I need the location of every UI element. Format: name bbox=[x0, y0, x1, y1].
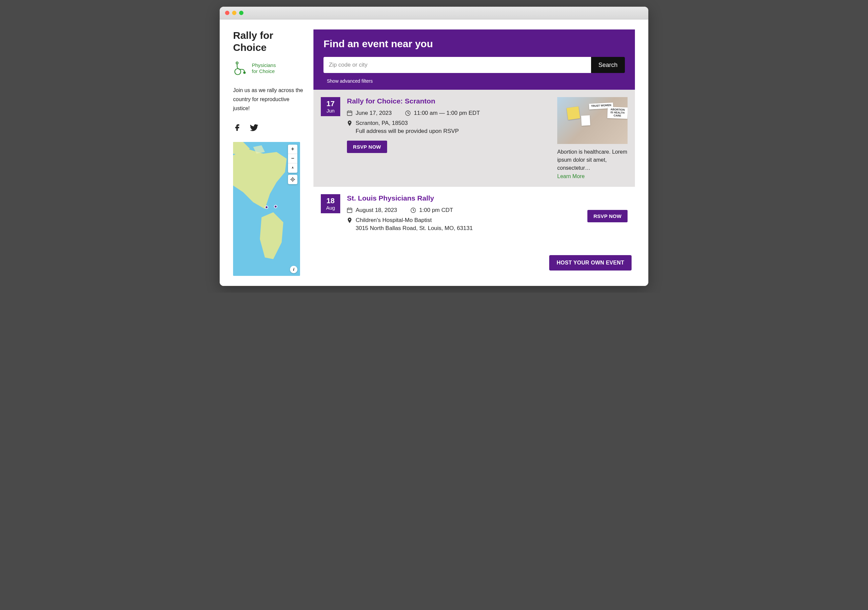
sidebar: Rally for Choice Physicians for Choice bbox=[233, 29, 307, 276]
main-content: Find an event near you Search Show advan… bbox=[313, 29, 635, 276]
map-zoom-in-button[interactable]: + bbox=[288, 145, 298, 154]
window-titlebar bbox=[220, 7, 648, 19]
event-location: Children's Hospital-Mo Baptist bbox=[347, 217, 581, 224]
close-window-button[interactable] bbox=[225, 11, 229, 15]
map-pin[interactable] bbox=[265, 206, 268, 209]
event-time: 11:00 am — 1:00 pm EDT bbox=[405, 110, 480, 116]
event-map[interactable]: + − i bbox=[233, 142, 300, 276]
event-title-link[interactable]: Rally for Choice: Scranton bbox=[347, 97, 550, 105]
search-panel: Find an event near you Search Show advan… bbox=[313, 29, 635, 90]
event-card: 18 Aug St. Louis Physicians Rally August… bbox=[313, 187, 635, 245]
learn-more-link[interactable]: Learn More bbox=[557, 173, 585, 180]
org-name: Physicians for Choice bbox=[252, 62, 276, 74]
event-location: Scranton, PA, 18503 bbox=[347, 120, 550, 127]
svg-point-0 bbox=[236, 62, 238, 64]
event-card: 17 Jun Rally for Choice: Scranton June 1… bbox=[313, 90, 635, 187]
svg-point-1 bbox=[235, 69, 241, 75]
minimize-window-button[interactable] bbox=[232, 11, 236, 15]
calendar-icon bbox=[347, 110, 352, 116]
map-pin[interactable] bbox=[274, 205, 277, 208]
event-date: June 17, 2023 bbox=[347, 110, 392, 116]
event-title-link[interactable]: St. Louis Physicians Rally bbox=[347, 194, 581, 202]
stethoscope-icon bbox=[233, 60, 249, 76]
org-logo[interactable]: Physicians for Choice bbox=[233, 60, 307, 76]
event-thumbnail: TRUST WOMEN ABORTION IS HEALTH CARE bbox=[557, 97, 628, 144]
host-event-button[interactable]: HOST YOUR OWN EVENT bbox=[549, 255, 632, 271]
svg-rect-7 bbox=[347, 208, 352, 213]
page-title: Rally for Choice bbox=[233, 29, 307, 54]
svg-rect-5 bbox=[347, 111, 352, 116]
event-date: August 18, 2023 bbox=[347, 207, 397, 214]
map-reset-north-button[interactable] bbox=[288, 163, 298, 173]
map-info-button[interactable]: i bbox=[290, 266, 298, 273]
advanced-filters-toggle[interactable]: Show advanced filters bbox=[324, 78, 625, 84]
maximize-window-button[interactable] bbox=[239, 11, 243, 15]
event-time: 1:00 pm CDT bbox=[411, 207, 453, 214]
twitter-icon[interactable] bbox=[250, 123, 259, 132]
event-date-badge: 17 Jun bbox=[321, 97, 340, 116]
search-button[interactable]: Search bbox=[591, 57, 625, 73]
search-input[interactable] bbox=[324, 57, 591, 73]
rsvp-button[interactable]: RSVP NOW bbox=[587, 210, 628, 222]
event-date-badge: 18 Aug bbox=[321, 194, 340, 213]
svg-point-2 bbox=[244, 72, 245, 74]
map-locate-button[interactable] bbox=[288, 175, 298, 184]
location-pin-icon bbox=[347, 121, 352, 126]
event-excerpt: Abortion is healthcare. Lorem ipsum dolo… bbox=[557, 148, 628, 172]
clock-icon bbox=[411, 207, 416, 213]
location-pin-icon bbox=[347, 218, 352, 223]
svg-point-4 bbox=[292, 179, 293, 180]
search-heading: Find an event near you bbox=[324, 38, 625, 50]
event-address: 3015 North Ballas Road, St. Louis, MO, 6… bbox=[356, 225, 581, 232]
facebook-icon[interactable] bbox=[233, 123, 242, 132]
sidebar-description: Join us as we rally across the country f… bbox=[233, 86, 307, 113]
calendar-icon bbox=[347, 207, 352, 213]
clock-icon bbox=[405, 110, 411, 116]
map-zoom-out-button[interactable]: − bbox=[288, 154, 298, 163]
rsvp-button[interactable]: RSVP NOW bbox=[347, 141, 387, 153]
event-location-note: Full address will be provided upon RSVP bbox=[356, 128, 550, 135]
